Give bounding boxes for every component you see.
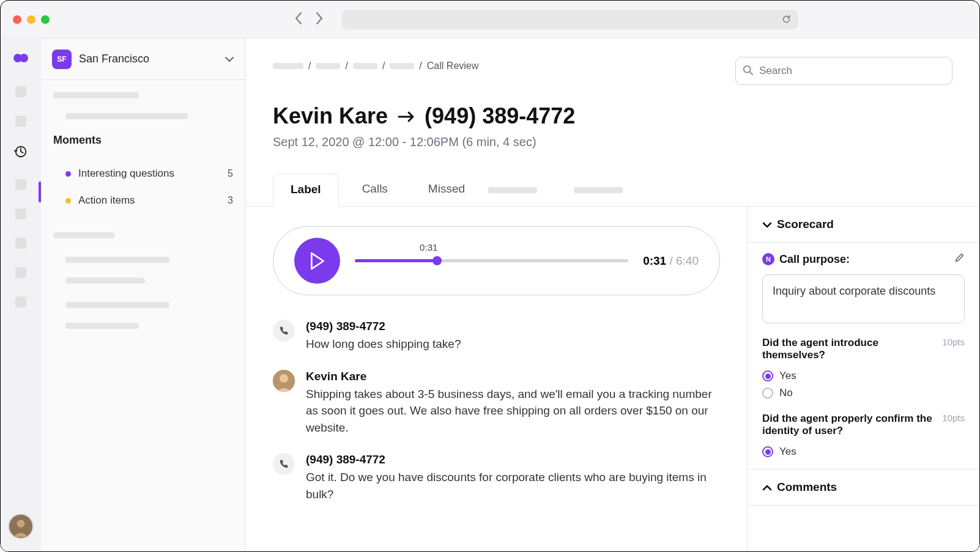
breadcrumb: / / / / Call Review <box>273 61 478 72</box>
skeleton <box>53 232 114 238</box>
radio-icon <box>762 370 773 381</box>
phone-icon <box>273 453 295 475</box>
scorecard-title: Scorecard <box>777 218 834 231</box>
skeleton <box>65 257 169 263</box>
tab-label[interactable]: Label <box>273 174 339 207</box>
skeleton <box>65 323 139 329</box>
skeleton <box>53 92 139 98</box>
rail-nav-item[interactable] <box>15 296 26 307</box>
radio-option-yes[interactable]: Yes <box>762 367 965 385</box>
progress-bar[interactable]: 0:31 <box>355 259 628 262</box>
message-text: How long does shipping take? <box>306 336 720 353</box>
sidebar-section-title: Moments <box>53 134 233 147</box>
nav-rail <box>1 39 41 551</box>
speaker-name: Kevin Kare <box>306 370 720 383</box>
radio-option-no[interactable]: No <box>762 385 965 402</box>
svg-point-1 <box>20 54 28 62</box>
window-controls <box>13 15 50 24</box>
caller-name: Kevin Kare <box>273 103 388 129</box>
progress-thumb[interactable] <box>432 256 442 265</box>
skeleton <box>390 63 414 69</box>
moment-count: 3 <box>228 195 233 206</box>
forward-button[interactable] <box>315 12 324 27</box>
address-bar[interactable] <box>342 10 798 29</box>
transcript-message: (949) 389-4772 How long does shipping ta… <box>273 320 720 353</box>
titlebar <box>1 1 979 39</box>
tabs: Label Calls Missed <box>246 149 979 207</box>
total-time: 6:40 <box>676 254 699 267</box>
skeleton <box>316 63 340 69</box>
sidebar-moment-item[interactable]: Action items 3 <box>65 187 233 214</box>
workspace-name: San Francisco <box>79 53 149 65</box>
call-timestamp: Sept 12, 2020 @ 12:00 - 12:06PM (6 min, … <box>246 129 979 149</box>
history-icon[interactable] <box>14 145 28 161</box>
sidebar: SF San Francisco Moments Interesting que… <box>41 39 246 551</box>
speaker-name: (949) 389-4772 <box>306 453 720 466</box>
workspace-badge: SF <box>52 50 72 69</box>
back-button[interactable] <box>294 12 303 27</box>
rail-nav-item[interactable] <box>15 208 26 219</box>
scorecard-panel: Scorecard N Call purpose: Did the agent … <box>747 207 979 551</box>
dot-icon <box>65 198 71 204</box>
skeleton <box>65 302 169 308</box>
moment-label: Interesting questions <box>78 167 174 180</box>
rail-nav-item[interactable] <box>15 179 26 190</box>
tab-calls[interactable]: Calls <box>345 174 405 206</box>
svg-point-6 <box>280 374 288 383</box>
moment-count: 5 <box>228 168 233 179</box>
rail-active-indicator <box>39 182 41 202</box>
svg-point-4 <box>744 66 751 73</box>
tab-missed[interactable]: Missed <box>411 174 482 206</box>
call-purpose-label: Call purpose: <box>779 253 850 266</box>
radio-option-yes[interactable]: Yes <box>762 443 965 460</box>
skeleton <box>65 113 188 119</box>
transcript-message: Kevin Kare Shipping takes about 3-5 busi… <box>273 370 720 436</box>
play-button[interactable] <box>294 238 340 284</box>
message-text: Got it. Do we you have discounts for cor… <box>306 469 720 502</box>
rail-nav-item[interactable] <box>15 86 26 97</box>
sidebar-moment-item[interactable]: Interesting questions 5 <box>65 160 233 187</box>
skeleton <box>273 63 303 69</box>
rail-nav-item[interactable] <box>15 116 26 127</box>
skeleton <box>488 187 537 193</box>
rail-nav-item[interactable] <box>15 238 26 249</box>
phone-icon <box>273 320 295 342</box>
current-time: 0:31 <box>643 254 666 267</box>
scorecard-toggle[interactable]: Scorecard <box>762 218 965 231</box>
search-input[interactable] <box>735 57 952 85</box>
speaker-name: (949) 389-4772 <box>306 320 720 333</box>
score-question: Did the agent introduce themselves? 10pt… <box>762 337 965 361</box>
arrow-right-icon <box>398 103 415 129</box>
time-tooltip: 0:31 <box>420 242 437 252</box>
chevron-up-icon <box>762 480 772 494</box>
minimize-window[interactable] <box>27 15 35 24</box>
time-display: 0:31 / 6:40 <box>643 254 699 268</box>
user-avatar[interactable] <box>8 513 34 539</box>
edit-icon[interactable] <box>954 252 965 266</box>
rail-nav-item[interactable] <box>15 267 26 278</box>
message-text: Shipping takes about 3-5 business days, … <box>306 386 720 436</box>
call-purpose-input[interactable] <box>762 274 965 323</box>
agent-avatar <box>273 370 295 392</box>
comments-title: Comments <box>777 480 837 494</box>
transcript-message: (949) 389-4772 Got it. Do we you have di… <box>273 453 720 502</box>
skeleton <box>65 278 145 284</box>
dot-icon <box>65 171 71 177</box>
comments-toggle[interactable]: Comments <box>762 480 965 494</box>
chevron-down-icon <box>225 54 234 65</box>
app-logo-icon[interactable] <box>12 51 29 68</box>
skeleton <box>574 187 623 193</box>
badge-icon: N <box>762 253 774 265</box>
workspace-selector[interactable]: SF San Francisco <box>41 39 245 80</box>
reload-icon[interactable] <box>781 14 792 27</box>
score-question: Did the agent properly confirm the ident… <box>762 413 965 437</box>
close-window[interactable] <box>13 15 21 24</box>
audio-player: 0:31 0:31 / 6:40 <box>273 226 720 295</box>
transcript-panel: 0:31 0:31 / 6:40 (949) 389-4772 How long… <box>246 207 747 551</box>
call-number: (949) 389-4772 <box>425 103 575 129</box>
breadcrumb-current: Call Review <box>427 61 478 72</box>
svg-point-3 <box>17 520 25 528</box>
points: 10pts <box>942 337 965 347</box>
main-content: / / / / Call Review Kevin Kare (949) 389… <box>246 39 979 551</box>
maximize-window[interactable] <box>41 15 50 24</box>
